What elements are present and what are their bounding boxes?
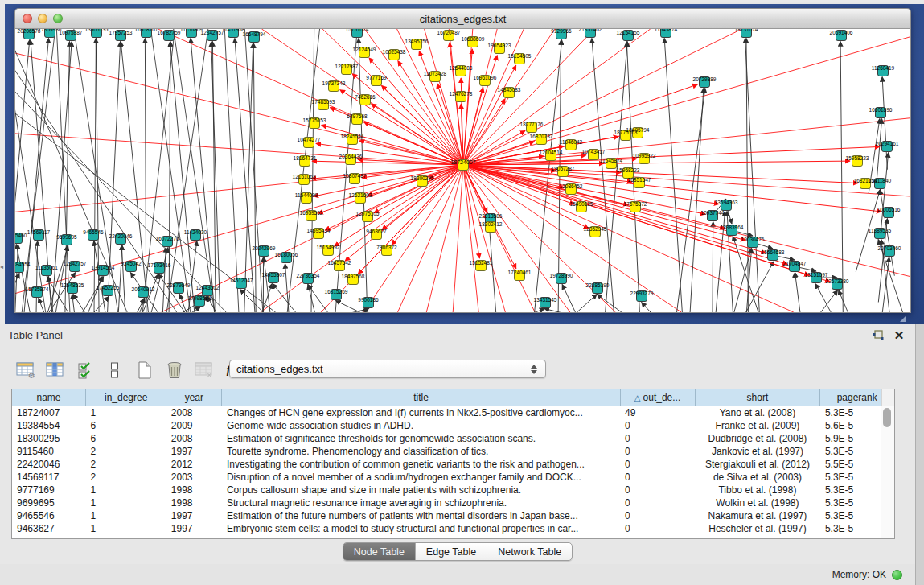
column-header-short[interactable]: short [695, 389, 820, 406]
table-cell[interactable]: 6 [86, 432, 166, 445]
table-row[interactable]: 1872400712008Changes of HCN gene express… [12, 406, 894, 420]
table-cell[interactable]: Structural magnetic resonance image aver… [222, 496, 620, 509]
table-cell[interactable]: 2012 [166, 458, 222, 471]
new-column-button[interactable] [133, 360, 155, 381]
table-cell[interactable]: Disruption of a novel member of a sodium… [222, 471, 620, 484]
table-cell[interactable]: Stergiakouli et al. (2012) [695, 458, 820, 471]
table-cell[interactable]: 9465546 [12, 509, 86, 522]
table-cell[interactable]: 2003 [166, 471, 222, 484]
tab-node-table[interactable]: Node Table [343, 543, 415, 560]
table-row[interactable]: 1938455462009Genome-wide association stu… [12, 419, 894, 432]
table-cell[interactable]: Dudbridge et al. (2008) [695, 432, 820, 445]
table-cell[interactable]: Tourette syndrome. Phenomenology and cla… [222, 445, 620, 458]
table-cell[interactable]: Franke et al. (2009) [695, 419, 820, 432]
desktop-resize-grip[interactable] [900, 315, 906, 322]
table-cell[interactable]: 9699695 [12, 496, 86, 509]
table-cell[interactable]: 1 [86, 496, 166, 509]
table-cell[interactable]: 1 [86, 509, 166, 522]
table-cell[interactable]: 1 [86, 484, 166, 496]
table-cell[interactable]: Tibbo et al. (1998) [695, 484, 820, 496]
table-cell[interactable]: 49 [620, 406, 695, 420]
table-cell[interactable]: 2008 [166, 406, 222, 420]
column-header-name[interactable]: name [12, 389, 86, 406]
table-cell[interactable]: 1997 [166, 445, 222, 458]
table-cell[interactable]: 1 [86, 406, 166, 420]
close-panel-icon[interactable]: ✕ [891, 328, 907, 343]
table-cell[interactable]: 22420046 [12, 458, 86, 471]
table-cell[interactable]: 18724007 [12, 406, 86, 420]
left-panel-collapse-icon[interactable]: ◂ [0, 264, 3, 270]
table-cell[interactable]: 0 [620, 496, 695, 509]
table-cell[interactable]: 0 [620, 509, 695, 522]
minimize-window-button[interactable] [38, 14, 47, 23]
column-header-title[interactable]: title [222, 389, 620, 406]
table-row[interactable]: 946362711997Embryonic stem cells: a mode… [12, 522, 894, 535]
table-cell[interactable]: Estimation of the future numbers of pati… [222, 509, 620, 522]
table-cell[interactable]: 19384554 [12, 419, 86, 432]
select-all-button[interactable] [74, 360, 96, 381]
table-cell[interactable]: 0 [620, 471, 695, 484]
table-cell[interactable]: 0 [620, 432, 695, 445]
column-header-out_de[interactable]: △out_de... [620, 389, 695, 406]
float-panel-icon[interactable] [870, 328, 886, 343]
column-header-year[interactable]: year [166, 389, 222, 406]
table-row[interactable]: 2242004622012Investigating the contribut… [12, 458, 894, 471]
table-cell[interactable]: Embryonic stem cells: a model to study s… [222, 522, 620, 535]
close-window-button[interactable] [23, 14, 32, 23]
table-cell[interactable]: 9777169 [12, 484, 86, 496]
table-row[interactable]: 977716911998Corpus callosum shape and si… [12, 484, 894, 496]
table-options-button[interactable]: ⚙ [14, 360, 36, 381]
table-cell[interactable]: 14569117 [12, 471, 86, 484]
table-row[interactable]: 1830029562008Estimation of significance … [12, 432, 894, 445]
table-row[interactable]: 946554611997Estimation of the future num… [12, 509, 894, 522]
network-canvas[interactable]: 2020657617359936109758871350513517957253… [14, 29, 911, 313]
table-cell[interactable]: 2008 [166, 432, 222, 445]
table-cell[interactable]: Genome-wide association studies in ADHD. [222, 419, 620, 432]
table-cell[interactable]: 1 [86, 522, 166, 535]
table-cell[interactable]: Corpus callosum shape and size in male p… [222, 484, 620, 496]
table-cell[interactable]: 2 [86, 458, 166, 471]
right-panel-divider[interactable] [915, 324, 924, 585]
tab-network-table[interactable]: Network Table [487, 543, 572, 560]
deselect-all-button[interactable] [104, 360, 125, 381]
table-cell[interactable]: Nakamura et al. (1997) [695, 509, 820, 522]
table-cell[interactable]: 0 [620, 484, 695, 496]
table-cell[interactable]: 1998 [166, 496, 222, 509]
table-cell[interactable]: Jankovic et al. (1997) [695, 445, 820, 458]
tab-edge-table[interactable]: Edge Table [415, 543, 487, 560]
table-cell[interactable]: 1997 [166, 522, 222, 535]
vertical-scrollbar[interactable] [881, 406, 894, 538]
table-cell[interactable]: Investigating the contribution of common… [222, 458, 620, 471]
table-row[interactable]: 911546021997Tourette syndrome. Phenomeno… [12, 445, 894, 458]
table-cell[interactable]: de Silva et al. (2003) [695, 471, 820, 484]
table-cell[interactable]: 0 [620, 522, 695, 535]
network-window[interactable]: citations_edges.txt 20206576173599361097… [14, 8, 911, 313]
table-cell[interactable]: Yano et al. (2008) [695, 406, 820, 420]
table-cell[interactable]: 6 [86, 419, 166, 432]
column-header-in_degree[interactable]: in_degree [86, 389, 166, 406]
table-cell[interactable]: 2009 [166, 419, 222, 432]
show-columns-button[interactable] [44, 360, 66, 381]
scrollbar-thumb[interactable] [883, 408, 891, 427]
zoom-window-button[interactable] [53, 14, 63, 23]
table-cell[interactable]: 9115460 [12, 445, 86, 458]
table-cell[interactable]: Estimation of significance thresholds fo… [222, 432, 620, 445]
table-cell[interactable]: 0 [620, 445, 695, 458]
delete-column-button[interactable] [163, 360, 185, 381]
table-cell[interactable]: 1998 [166, 484, 222, 496]
table-cell[interactable]: 0 [620, 458, 695, 471]
table-cell[interactable]: Wolkin et al. (1998) [695, 496, 820, 509]
table-selector-dropdown[interactable]: citations_edges.txt [229, 360, 546, 378]
table-cell[interactable]: 0 [620, 419, 695, 432]
table-cell[interactable]: Changes of HCN gene expression and I(f) … [222, 406, 620, 420]
network-window-titlebar[interactable]: citations_edges.txt [14, 8, 911, 29]
table-cell[interactable]: 18300295 [12, 432, 86, 445]
table-row[interactable]: 969969511998Structural magnetic resonanc… [12, 496, 894, 509]
table-cell[interactable]: 1997 [166, 509, 222, 522]
table-cell[interactable]: Hescheler et al. (1997) [695, 522, 820, 535]
delete-table-button[interactable]: ✕ [193, 360, 215, 381]
table-cell[interactable]: 2 [86, 445, 166, 458]
table-cell[interactable]: 2 [86, 471, 166, 484]
table-cell[interactable]: 9463627 [12, 522, 86, 535]
table-row[interactable]: 1456911722003Disruption of a novel membe… [12, 471, 894, 484]
